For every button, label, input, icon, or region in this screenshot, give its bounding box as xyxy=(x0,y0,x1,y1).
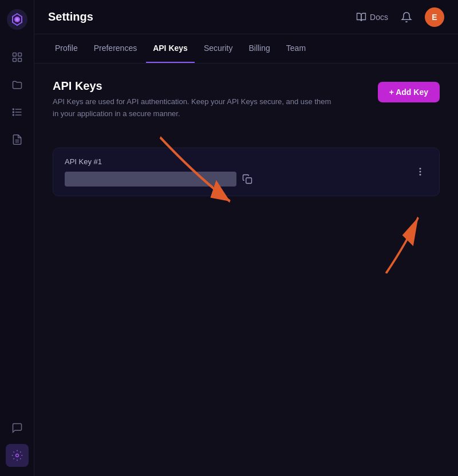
tab-api-keys[interactable]: API Keys xyxy=(146,34,195,63)
svg-rect-3 xyxy=(13,53,16,57)
sidebar xyxy=(0,0,34,476)
list-icon xyxy=(11,106,23,118)
bell-icon xyxy=(401,11,412,23)
more-vertical-icon xyxy=(415,166,425,177)
chat-icon xyxy=(11,422,23,434)
page-title: Settings xyxy=(48,10,347,23)
page-header: Settings Docs E xyxy=(34,0,458,34)
svg-point-2 xyxy=(15,18,18,21)
api-key-value-row xyxy=(65,172,406,187)
docs-button[interactable]: Docs xyxy=(356,12,388,22)
section-header: API Keys API Keys are used for API authe… xyxy=(53,80,440,134)
copy-icon xyxy=(242,174,252,184)
main-content: Settings Docs E Profile Preferences API … xyxy=(34,0,458,476)
svg-point-11 xyxy=(13,112,14,113)
svg-rect-4 xyxy=(18,53,21,57)
api-key-masked-value xyxy=(65,172,236,187)
svg-point-12 xyxy=(13,114,14,116)
api-keys-description: API Keys are used for API authentication… xyxy=(53,96,339,120)
api-key-name: API Key #1 xyxy=(65,157,406,166)
tab-security[interactable]: Security xyxy=(197,34,240,63)
svg-point-15 xyxy=(15,454,18,457)
sidebar-item-documents[interactable] xyxy=(6,128,29,151)
svg-rect-16 xyxy=(246,177,252,183)
svg-rect-5 xyxy=(13,58,16,62)
api-key-more-button[interactable] xyxy=(413,164,428,179)
sidebar-nav xyxy=(6,46,29,416)
notifications-button[interactable] xyxy=(397,8,416,26)
tab-billing[interactable]: Billing xyxy=(242,34,277,63)
book-icon xyxy=(356,12,366,22)
tab-team[interactable]: Team xyxy=(279,34,313,63)
app-logo[interactable] xyxy=(7,9,27,30)
add-key-button[interactable]: + Add Key xyxy=(378,82,440,102)
sidebar-item-files[interactable] xyxy=(6,73,29,96)
tab-preferences[interactable]: Preferences xyxy=(87,34,144,63)
sidebar-item-dashboard[interactable] xyxy=(6,46,29,69)
svg-point-18 xyxy=(420,171,421,173)
sidebar-bottom xyxy=(6,416,29,467)
svg-rect-6 xyxy=(18,58,21,62)
sidebar-item-chat[interactable] xyxy=(6,416,29,439)
header-actions: Docs E xyxy=(356,7,444,27)
svg-point-19 xyxy=(420,174,421,176)
sidebar-item-settings[interactable] xyxy=(6,444,29,467)
sidebar-item-tasks[interactable] xyxy=(6,101,29,124)
avatar[interactable]: E xyxy=(425,7,444,27)
document-icon xyxy=(11,134,23,145)
copy-api-key-button[interactable] xyxy=(241,173,254,185)
gear-icon xyxy=(11,450,23,461)
api-keys-title: API Keys xyxy=(53,80,339,93)
svg-point-10 xyxy=(13,109,14,110)
grid-icon xyxy=(11,51,23,63)
folder-icon xyxy=(11,79,23,90)
content-area: API Keys API Keys are used for API authe… xyxy=(34,64,458,476)
svg-point-17 xyxy=(420,168,421,169)
api-key-card: API Key #1 xyxy=(53,148,440,196)
settings-tabs: Profile Preferences API Keys Security Bi… xyxy=(34,34,458,64)
tab-profile[interactable]: Profile xyxy=(48,34,85,63)
